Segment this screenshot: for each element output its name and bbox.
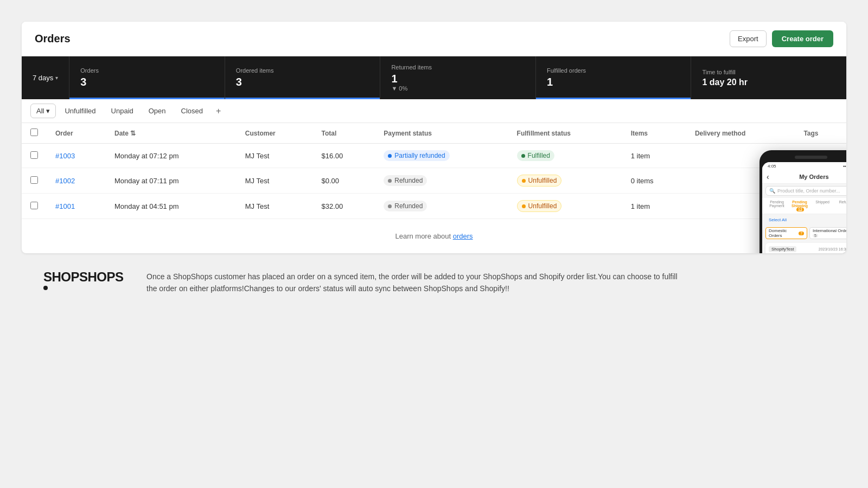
row-payment-status: Partially refunded: [375, 144, 508, 168]
logo-dot: [43, 286, 48, 290]
row-total: $32.00: [313, 194, 375, 219]
main-card: Orders Export Create order 7 days ▾ Orde…: [22, 22, 846, 253]
chevron-down-icon-tab: ▾: [46, 107, 50, 115]
phone-orders-tabs: Select All ⊞ ≡: [762, 214, 846, 226]
col-delivery: Delivery method: [686, 123, 795, 144]
tab-open[interactable]: Open: [142, 104, 173, 118]
poc-header: ShopifyTest 2023/10/23 16:30:00: [769, 246, 846, 252]
stat-returned-value: 1: [391, 73, 525, 85]
stat-fulfilled-value: 1: [547, 76, 680, 88]
row-checkbox[interactable]: [30, 176, 38, 184]
filter-pending-payment[interactable]: Pending Payment: [765, 200, 788, 211]
row-items: 1 item: [622, 144, 686, 168]
stat-orders: Orders 3: [69, 56, 225, 99]
stat-returned-label: Returned items: [391, 64, 525, 70]
phone-nav: ‹ My Orders: [762, 170, 846, 184]
down-arrow-icon: ▼: [391, 85, 397, 92]
phone-back-button[interactable]: ‹: [767, 172, 769, 181]
stat-ordered-items-value: 3: [236, 76, 369, 88]
stat-fulfilled-label: Fulfilled orders: [547, 67, 680, 74]
row-checkbox-cell[interactable]: [22, 194, 47, 219]
table-row: #1003 Monday at 07:12 pm MJ Test $16.00 …: [22, 144, 846, 168]
stat-orders-value: 3: [80, 76, 214, 88]
row-order-id[interactable]: #1003: [47, 144, 106, 168]
create-order-button[interactable]: Create order: [772, 30, 833, 47]
row-total: $0.00: [313, 168, 375, 194]
tab-unfulfilled[interactable]: Unfulfilled: [58, 104, 102, 118]
table-row: #1001 Monday at 04:51 pm MJ Test $32.00 …: [22, 194, 846, 219]
stats-period-selector[interactable]: 7 days ▾: [22, 56, 69, 99]
phone-mockup: 4:05 ▪▪▪ 🔋 ‹ My Orders 🔍 Product title, …: [760, 150, 846, 253]
stat-time-label: Time to fulfill: [702, 69, 835, 75]
stat-returned-items: Returned items 1 ▼ 0%: [380, 56, 536, 99]
poc-date: 2023/10/23 16:30:00: [819, 247, 846, 251]
add-tab-button[interactable]: +: [212, 104, 225, 118]
learn-more-text: Learn more about: [395, 232, 452, 240]
phone-select-all[interactable]: Select All: [765, 216, 790, 223]
page-title: Orders: [35, 33, 71, 45]
domestic-count-badge: 7: [799, 232, 804, 235]
row-order-id[interactable]: #1001: [47, 194, 106, 219]
col-tags: Tags: [795, 123, 846, 144]
row-checkbox[interactable]: [30, 202, 38, 209]
orders-link[interactable]: orders: [453, 232, 473, 240]
phone-status-bar: 4:05 ▪▪▪ 🔋: [762, 162, 846, 170]
stat-bar-indicator: [69, 98, 225, 99]
tab-closed[interactable]: Closed: [175, 104, 209, 118]
chevron-down-icon: ▾: [55, 75, 58, 81]
phone-filter-row: Pending Payment Pending Shipping 12 Ship…: [762, 198, 846, 214]
stat-ordered-items-label: Ordered items: [236, 67, 369, 74]
header-actions: Export Create order: [730, 30, 833, 47]
orders-header: Orders Export Create order: [22, 22, 846, 56]
row-payment-status: Refunded: [375, 168, 508, 194]
phone-order-card[interactable]: ShopifyTest 2023/10/23 16:30:00 22023106…: [765, 243, 846, 253]
orders-table: Order Date ⇅ Customer Total Payment stat…: [22, 123, 846, 219]
row-payment-status: Refunded: [375, 194, 508, 219]
filter-pending-shipping[interactable]: Pending Shipping 12: [788, 200, 811, 211]
stat-bar-indicator-3: [536, 98, 691, 99]
international-count-badge: 5: [813, 234, 818, 237]
row-customer: MJ Test: [237, 144, 313, 168]
row-checkbox-cell[interactable]: [22, 168, 47, 194]
tab-unpaid[interactable]: Unpaid: [105, 104, 140, 118]
col-order: Order: [47, 123, 106, 144]
row-customer: MJ Test: [237, 168, 313, 194]
filter-count-badge: 12: [796, 208, 804, 211]
description-text: Once a ShopShops customer has placed an …: [146, 271, 689, 295]
international-orders-tab[interactable]: International Orders 5: [809, 227, 846, 239]
phone-search-placeholder: Product title, Order number...: [777, 188, 840, 194]
col-customer: Customer: [237, 123, 313, 144]
poc-store: ShopifyTest: [769, 246, 796, 252]
stat-time-to-fulfill: Time to fulfill 1 day 20 hr: [691, 56, 846, 99]
row-order-id[interactable]: #1002: [47, 168, 106, 194]
phone-search[interactable]: 🔍 Product title, Order number...: [765, 186, 846, 196]
stat-returned-sub: ▼ 0%: [391, 85, 525, 92]
stats-period-label: 7 days: [33, 74, 53, 82]
export-button[interactable]: Export: [730, 30, 767, 47]
stat-fulfilled-orders: Fulfilled orders 1: [536, 56, 692, 99]
row-date: Monday at 04:51 pm: [106, 194, 237, 219]
row-checkbox[interactable]: [30, 151, 38, 159]
select-all-checkbox[interactable]: [30, 129, 38, 136]
phone-domestic-tabs: Domestic Orders 7 International Orders 5: [762, 226, 846, 241]
stat-bar-indicator-2: [225, 98, 380, 99]
phone-screen-title: My Orders: [773, 174, 846, 180]
col-payment-status: Payment status: [375, 123, 508, 144]
filter-shipped[interactable]: Shipped: [811, 200, 834, 211]
search-icon: 🔍: [769, 188, 775, 194]
filter-refund[interactable]: Refund: [834, 200, 846, 211]
tabs-row: All ▾ Unfulfilled Unpaid Open Closed +: [22, 99, 846, 123]
col-fulfillment-status: Fulfillment status: [508, 123, 622, 144]
row-fulfillment-status: Fulfilled: [508, 144, 622, 168]
phone-notch: [795, 156, 827, 159]
stats-bar: 7 days ▾ Orders 3 Ordered items 3 Return…: [22, 56, 846, 99]
row-total: $16.00: [313, 144, 375, 168]
row-items: 1 item: [622, 194, 686, 219]
row-fulfillment-status: Unfulfilled: [508, 168, 622, 194]
row-fulfillment-status: Unfulfilled: [508, 194, 622, 219]
tab-all[interactable]: All ▾: [30, 104, 56, 118]
row-date: Monday at 07:12 pm: [106, 144, 237, 168]
row-checkbox-cell[interactable]: [22, 144, 47, 168]
shopshops-logo: SHOPSHOPS: [43, 271, 130, 290]
domestic-orders-tab[interactable]: Domestic Orders 7: [765, 227, 807, 239]
